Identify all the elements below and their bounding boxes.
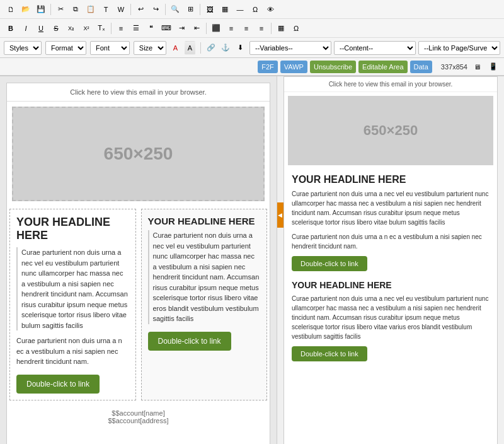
sep7 bbox=[271, 23, 272, 34]
editor-col1-headline: YOUR HEADLINE HERE bbox=[16, 216, 129, 242]
editor-col1-body2: Curae parturient non duis urna a n ec a … bbox=[16, 336, 129, 367]
toolbar-row3: Styles Format Font Size A A 🔗 ⚓ ⬇ --Vari… bbox=[0, 38, 504, 58]
image-btn[interactable]: 🖼 bbox=[203, 3, 217, 16]
styles-dropdown[interactable]: Styles bbox=[4, 41, 42, 55]
paste-word-btn[interactable]: W bbox=[114, 3, 128, 16]
preview-panel[interactable]: ◀ Click here to view this email in your … bbox=[277, 76, 504, 444]
italic-btn[interactable]: I bbox=[19, 21, 33, 35]
sep4 bbox=[200, 4, 200, 15]
omega-btn[interactable]: Ω bbox=[289, 21, 303, 35]
subscript-btn[interactable]: X₂ bbox=[64, 21, 78, 35]
tag-row: F2F VAWP Unsubscribe Editable Area Data … bbox=[0, 58, 504, 76]
special-char-btn[interactable]: Ω bbox=[248, 3, 262, 16]
remove-format-btn[interactable]: Tₓ bbox=[94, 21, 108, 35]
bold-btn[interactable]: B bbox=[4, 21, 18, 35]
table2-btn[interactable]: ▦ bbox=[274, 21, 288, 35]
open-btn[interactable]: 📂 bbox=[19, 3, 33, 16]
editor-hero-image[interactable]: 650×250 bbox=[12, 107, 265, 201]
superscript-btn[interactable]: X² bbox=[79, 21, 93, 35]
mobile-icon[interactable]: 📱 bbox=[486, 60, 500, 74]
outdent-btn[interactable]: ⇤ bbox=[190, 21, 203, 35]
sep3 bbox=[165, 4, 166, 15]
format-dropdown[interactable]: Format bbox=[45, 41, 86, 55]
preview-hero-image[interactable]: 650×250 bbox=[288, 96, 493, 165]
content-dropdown[interactable]: --Content-- bbox=[334, 41, 416, 55]
variables-dropdown[interactable]: --Variables-- bbox=[249, 41, 331, 55]
size-display: 337x854 bbox=[441, 63, 467, 71]
sep1 bbox=[50, 4, 51, 15]
hr-btn[interactable]: — bbox=[233, 3, 247, 16]
preview-body1: Curae parturient non duis urna a nec vel… bbox=[292, 189, 490, 227]
select-all-btn[interactable]: ⊞ bbox=[183, 3, 197, 16]
sep5 bbox=[111, 23, 112, 34]
editor-col1-body1: Curae parturient non duis urna a nec vel… bbox=[16, 247, 129, 330]
unsubscribe-tag-btn[interactable]: Unsubscribe bbox=[310, 61, 356, 73]
data-tag-btn[interactable]: Data bbox=[410, 61, 432, 73]
preview-browser-link[interactable]: Click here to view this email in your br… bbox=[284, 77, 497, 92]
underline-btn[interactable]: U bbox=[34, 21, 48, 35]
toolbar-row1: 🗋 📂 💾 ✂ ⧉ 📋 T W ↩ ↪ 🔍 ⊞ 🖼 ▦ — Ω 👁 bbox=[0, 0, 504, 19]
desktop-icon[interactable]: 🖥 bbox=[470, 60, 484, 74]
main-area: Click here to view this email in your br… bbox=[0, 76, 504, 444]
align-right-btn[interactable]: ≡ bbox=[239, 21, 253, 35]
editor-footer-address: $$account[address] bbox=[13, 417, 263, 424]
align-center-btn[interactable]: ≡ bbox=[224, 21, 238, 35]
link-survey-dropdown[interactable]: --Link to Page/Survey-- bbox=[418, 41, 500, 55]
ul-btn[interactable]: ☰ bbox=[129, 21, 143, 35]
undo-btn[interactable]: ↩ bbox=[134, 3, 147, 16]
preview-body2: Curae parturient non duis urna a n ec a … bbox=[292, 232, 490, 251]
paste-text-btn[interactable]: T bbox=[99, 3, 113, 16]
editor-col2-headline: YOUR HEADLINE HERE bbox=[148, 216, 261, 226]
editor-col2-body1: Curae parturient non duis urna a nec vel… bbox=[148, 230, 261, 324]
table-btn[interactable]: ▦ bbox=[218, 3, 232, 16]
right-toolbar-area: --Variables-- --Content-- --Link to Page… bbox=[249, 41, 500, 55]
redo-btn[interactable]: ↪ bbox=[149, 3, 163, 16]
preview-headline2: YOUR HEADLINE HERE bbox=[292, 280, 490, 290]
new-doc-btn[interactable]: 🗋 bbox=[4, 3, 18, 16]
email-canvas: Click here to view this email in your br… bbox=[6, 83, 270, 444]
strikethrough-btn[interactable]: S bbox=[49, 21, 63, 35]
sep8 bbox=[200, 42, 201, 54]
anchor-btn[interactable]: ⚓ bbox=[220, 41, 231, 55]
size-dropdown[interactable]: Size bbox=[134, 41, 166, 55]
editor-col1[interactable]: YOUR HEADLINE HERE Curae parturient non … bbox=[9, 209, 136, 400]
sep2 bbox=[130, 4, 131, 15]
unlink-btn[interactable]: ⬇ bbox=[235, 41, 246, 55]
editor-col2[interactable]: YOUR HEADLINE HERE Curae parturient non … bbox=[141, 209, 268, 400]
sep6 bbox=[206, 23, 207, 34]
find-btn[interactable]: 🔍 bbox=[168, 3, 182, 16]
toolbar-row2: B I U S X₂ X² Tₓ ≡ ☰ ❝ ⌨ ⇥ ⇤ ⬛ ≡ ≡ ≡ ▦ Ω bbox=[0, 19, 504, 38]
editor-col2-cta-btn[interactable]: Double-click to link bbox=[148, 332, 231, 351]
ol-btn[interactable]: ≡ bbox=[114, 21, 128, 35]
preview-body3: Curae parturient non duis urna a nec vel… bbox=[292, 294, 490, 341]
preview-cta-btn2[interactable]: Double-click to link bbox=[292, 346, 367, 361]
pre-btn[interactable]: ⌨ bbox=[159, 21, 173, 35]
align-justify-btn[interactable]: ≡ bbox=[255, 21, 268, 35]
editor-browser-link[interactable]: Click here to view this email in your br… bbox=[7, 83, 270, 102]
editor-footer-name: $$account[name] bbox=[13, 409, 263, 417]
editor-footer: $$account[name] $$account[address] bbox=[7, 403, 270, 431]
save-btn[interactable]: 💾 bbox=[34, 3, 48, 16]
preview-btn-small[interactable]: 👁 bbox=[263, 3, 277, 16]
f2f-tag-btn[interactable]: F2F bbox=[258, 61, 278, 73]
cut-btn[interactable]: ✂ bbox=[54, 3, 67, 16]
highlight-btn[interactable]: A bbox=[185, 41, 195, 55]
preview-email: Click here to view this email in your br… bbox=[284, 76, 498, 444]
font-color-btn[interactable]: A bbox=[170, 41, 181, 55]
paste-btn[interactable]: 📋 bbox=[84, 3, 98, 16]
preview-content-area: YOUR HEADLINE HERE Curae parturient non … bbox=[284, 169, 497, 373]
editable-area-tag-btn[interactable]: Editable Area bbox=[358, 61, 407, 73]
align-left-btn[interactable]: ⬛ bbox=[209, 21, 223, 35]
vawp-tag-btn[interactable]: VAWP bbox=[280, 61, 307, 73]
font-dropdown[interactable]: Font bbox=[90, 41, 130, 55]
indent-btn[interactable]: ⇥ bbox=[175, 21, 188, 35]
panel-resize-handle[interactable]: ◀ bbox=[277, 202, 284, 228]
blockquote-btn[interactable]: ❝ bbox=[144, 21, 158, 35]
editor-two-col: YOUR HEADLINE HERE Curae parturient non … bbox=[7, 206, 270, 403]
editor-panel[interactable]: Click here to view this email in your br… bbox=[0, 76, 277, 444]
preview-cta-btn1[interactable]: Double-click to link bbox=[292, 256, 367, 271]
preview-headline1: YOUR HEADLINE HERE bbox=[292, 174, 490, 185]
copy-btn[interactable]: ⧉ bbox=[69, 3, 83, 16]
editor-col1-cta-btn[interactable]: Double-click to link bbox=[16, 375, 100, 394]
link-btn[interactable]: 🔗 bbox=[206, 41, 217, 55]
